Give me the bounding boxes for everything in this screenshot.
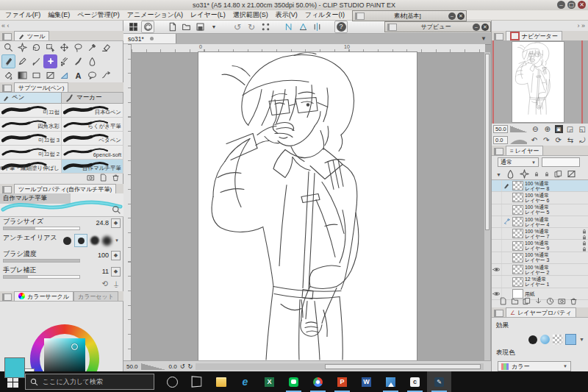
palette-dropdown-icon[interactable]: ▼ xyxy=(496,170,501,178)
reset-settings-icon[interactable]: ⟲ xyxy=(102,279,108,288)
tool-magnifier[interactable] xyxy=(1,40,15,54)
menu-item-0[interactable]: ファイル(F) xyxy=(1,10,44,20)
delete-subtool-icon[interactable] xyxy=(112,174,120,182)
brush-item[interactable]: ベタペン xyxy=(62,132,123,146)
tool-fude[interactable] xyxy=(71,54,85,68)
taskbar-search-input[interactable]: ここに入力して検索 xyxy=(25,374,154,390)
navigator-zoom-value[interactable]: 50.0 xyxy=(493,125,508,133)
merge-down-icon[interactable] xyxy=(534,297,542,305)
tool-pen[interactable] xyxy=(1,54,15,68)
antialias-none[interactable] xyxy=(63,237,71,245)
tab-layer-property[interactable]: ∠ レイヤープロパティ xyxy=(506,307,576,317)
layer-thumbnail[interactable] xyxy=(513,278,523,286)
tool-bucket[interactable] xyxy=(1,68,15,82)
menu-item-6[interactable]: 表示(V) xyxy=(272,10,301,20)
dots-icon[interactable] xyxy=(259,21,271,32)
open-file-icon[interactable] xyxy=(180,21,192,32)
material-minimize-button[interactable]: – xyxy=(448,13,456,20)
extract-line-icon[interactable] xyxy=(553,335,562,344)
fit-screen-icon[interactable]: ▣ xyxy=(555,125,563,133)
subtool-group-マーカー[interactable]: マーカー xyxy=(62,92,123,104)
zoom-slider[interactable] xyxy=(141,363,166,370)
param-option-button[interactable]: ◆ xyxy=(111,218,121,228)
dropdown-icon[interactable]: ▼ xyxy=(579,337,584,342)
layer-thumbnail[interactable] xyxy=(513,182,523,190)
tool-operate[interactable] xyxy=(15,40,29,54)
help-icon[interactable]: ? xyxy=(334,21,348,33)
layer-thumbnail[interactable] xyxy=(513,266,523,274)
layer-visibility-toggle[interactable] xyxy=(492,264,502,275)
taskbar-app-excel[interactable]: X xyxy=(257,371,282,392)
param-option-button[interactable]: ◆ xyxy=(111,267,121,277)
layer-thumbnail[interactable] xyxy=(513,206,523,214)
tool-ruler[interactable] xyxy=(57,68,71,82)
brush-item[interactable]: 四角水彩 xyxy=(0,118,62,132)
canvas-vscrollbar[interactable] xyxy=(484,52,490,360)
register-material-icon[interactable]: ⍊ xyxy=(114,279,118,288)
layer-visibility-toggle[interactable] xyxy=(492,276,502,287)
tab-color-set[interactable]: カラーセット xyxy=(74,291,118,301)
flip-horizontal-icon[interactable]: ⇆ xyxy=(565,135,575,145)
dock-collapse-buttons[interactable]: › » xyxy=(577,21,585,31)
navigator-preview[interactable] xyxy=(492,40,588,124)
rotate-right-icon[interactable]: ↻ xyxy=(187,363,193,370)
duplicate-layer-icon[interactable] xyxy=(523,297,531,305)
tool-gradient[interactable] xyxy=(15,68,29,82)
foreground-color-swatch[interactable] xyxy=(4,357,25,378)
tab-tool-property[interactable]: ツールプロパティ(自作マルチ平筆) xyxy=(14,184,116,193)
maximize-button[interactable]: ▢ xyxy=(567,1,576,9)
taskbar-app-word[interactable]: W xyxy=(354,371,379,392)
layer-visibility-toggle[interactable] xyxy=(492,228,502,239)
delete-layer-icon[interactable] xyxy=(570,297,578,305)
minimize-button[interactable]: – xyxy=(557,1,565,9)
layer-visibility-toggle[interactable] xyxy=(492,180,502,191)
layer-thumbnail[interactable] xyxy=(513,229,523,238)
navigator-zoom-slider[interactable] xyxy=(510,126,528,132)
tool-rotate-canvas[interactable] xyxy=(29,40,43,54)
navigator-rotate-slider[interactable] xyxy=(510,137,527,144)
magnifier-icon[interactable] xyxy=(112,205,121,215)
canvas-page[interactable] xyxy=(198,52,417,360)
tool-text[interactable]: A xyxy=(71,68,85,82)
clip-studio-logo-icon[interactable] xyxy=(141,21,154,33)
undo-icon[interactable]: ↺ xyxy=(232,21,243,32)
subview-panel-titlebar[interactable]: サブビュー – ✕ xyxy=(384,21,491,32)
dropdown-icon[interactable]: ▼ xyxy=(115,238,119,243)
layer-row-レイヤー 8[interactable]: 100 %通常レイヤー 8 xyxy=(492,180,588,192)
brush-item[interactable]: 6pencil-soft xyxy=(62,146,123,160)
workspace-grid-icon[interactable] xyxy=(127,21,139,32)
layer-opacity-input[interactable] xyxy=(542,157,580,167)
new-subtool-icon[interactable] xyxy=(99,174,107,182)
new-file-icon[interactable] xyxy=(166,21,178,32)
snap-ruler-icon[interactable] xyxy=(283,21,295,32)
zoom-in-icon[interactable]: ⊕ xyxy=(542,124,553,134)
subtool-group-ペン[interactable]: ペン xyxy=(0,92,62,104)
rotate-left-icon[interactable]: ↺ xyxy=(180,363,185,370)
tool-balloon[interactable] xyxy=(85,68,99,82)
tool-airbrush[interactable] xyxy=(57,54,71,68)
tab-tool[interactable]: ツール xyxy=(14,31,49,40)
param-option-button[interactable]: ◆ xyxy=(111,251,121,260)
tool-frame[interactable] xyxy=(43,68,57,82)
layer-thumbnail[interactable] xyxy=(513,218,523,226)
tool-lasso[interactable] xyxy=(71,40,85,54)
taskbar-app-task-view[interactable] xyxy=(184,371,209,392)
rotate-right-icon[interactable]: ↷ xyxy=(542,135,551,145)
taskbar-app-cortana[interactable] xyxy=(160,371,184,392)
antialias-weak-selected[interactable] xyxy=(74,234,87,247)
menu-item-7[interactable]: フィルター(I) xyxy=(301,10,348,20)
layer-row-レイヤー 2[interactable]: 100 %通常レイヤー 2 xyxy=(492,264,588,276)
menu-item-4[interactable]: レイヤー(L) xyxy=(187,10,229,20)
expression-color-select[interactable]: カラー ▼ xyxy=(498,361,571,371)
canvas-hscrollbar[interactable] xyxy=(196,363,484,370)
transfer-icon[interactable] xyxy=(546,297,554,305)
reset-view-icon[interactable]: ⤾ xyxy=(578,135,587,145)
tool-object[interactable] xyxy=(43,40,57,54)
layer-thumbnail[interactable] xyxy=(513,242,523,250)
blend-mode-select[interactable]: 通常▼ xyxy=(498,157,539,167)
save-icon[interactable] xyxy=(194,21,206,32)
param-slider[interactable] xyxy=(3,275,80,279)
tool-pencil[interactable] xyxy=(15,54,29,68)
tab-list-dropdown-icon[interactable]: ▼ xyxy=(481,35,487,42)
brush-item[interactable]: 미끄럼 2 xyxy=(0,146,62,160)
